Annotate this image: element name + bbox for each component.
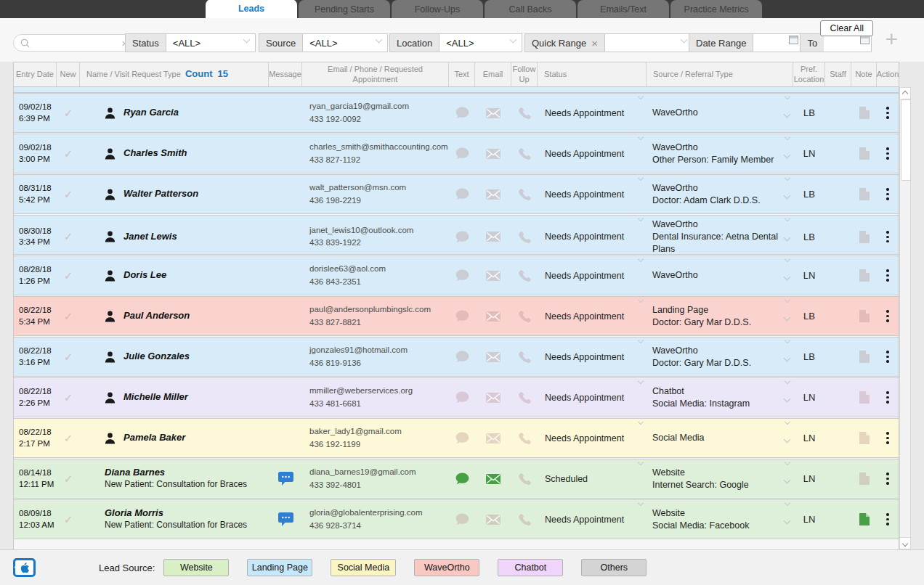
tab-emails-text[interactable]: Emails/Text	[578, 0, 669, 18]
action-menu-icon[interactable]	[883, 266, 891, 284]
email-envelope-icon[interactable]	[486, 232, 500, 242]
name-cell[interactable]: Michelle Miller	[80, 378, 269, 417]
action-menu-icon[interactable]	[883, 307, 891, 324]
action-menu-icon[interactable]	[883, 470, 891, 487]
name-cell[interactable]: Gloria MorrisNew Patient: Consultation f…	[80, 500, 269, 539]
message-icon[interactable]	[278, 472, 293, 486]
source-cell[interactable]: WaveOrthoDoctor: Gary Mar D.D.S.	[647, 338, 793, 376]
source-cell[interactable]: WebsiteInternet Search: Google	[647, 459, 793, 498]
date-from-input[interactable]	[753, 33, 801, 52]
text-bubble-icon[interactable]	[455, 147, 469, 160]
phone-icon[interactable]	[519, 351, 531, 363]
phone-icon[interactable]	[519, 107, 531, 119]
source-cell[interactable]: WaveOrthoDental Insurance: Aetna Dental …	[647, 216, 793, 258]
scrollbar-thumb[interactable]	[901, 99, 911, 181]
phone-icon[interactable]	[519, 391, 531, 404]
text-bubble-icon[interactable]	[455, 391, 469, 404]
email-envelope-icon[interactable]	[486, 352, 500, 362]
tab-leads[interactable]: Leads	[206, 0, 297, 18]
phone-icon[interactable]	[519, 188, 531, 200]
source-cell[interactable]: Landing PageDoctor: Gary Mar D.D.S.	[647, 297, 793, 335]
pref-location-cell[interactable]: LN	[793, 134, 825, 173]
name-cell[interactable]: Diana BarnesNew Patient: Consultation fo…	[80, 459, 269, 498]
phone-icon[interactable]	[519, 231, 531, 243]
legend-chip-chatbot[interactable]: Chatbot	[498, 559, 563, 576]
status-cell[interactable]: Needs Appointment	[538, 297, 647, 335]
action-menu-icon[interactable]	[883, 185, 891, 202]
phone-icon[interactable]	[519, 513, 531, 525]
name-cell[interactable]: Doris Lee	[80, 256, 269, 295]
clear-all-button[interactable]: Clear All	[820, 20, 873, 36]
action-menu-icon[interactable]	[883, 104, 891, 121]
action-menu-icon[interactable]	[883, 348, 891, 365]
email-envelope-icon[interactable]	[486, 311, 500, 322]
add-filter-icon[interactable]: +	[885, 28, 898, 50]
text-bubble-icon[interactable]	[455, 188, 469, 200]
email-envelope-icon[interactable]	[486, 108, 500, 118]
action-menu-icon[interactable]	[883, 429, 891, 446]
pref-location-cell[interactable]: LN	[793, 419, 825, 457]
email-envelope-icon[interactable]	[486, 515, 500, 525]
legend-chip-website[interactable]: Website	[163, 559, 229, 576]
pref-location-cell[interactable]: LN	[793, 256, 825, 295]
status-cell[interactable]: Needs Appointment	[538, 94, 647, 132]
pref-location-cell[interactable]: LN	[793, 500, 825, 539]
name-cell[interactable]: Ryan Garcia	[80, 94, 269, 132]
legend-chip-social-media[interactable]: Social Media	[331, 559, 396, 576]
quick-range-clear-icon[interactable]: ×	[591, 38, 598, 49]
source-cell[interactable]: WaveOrthoOther Person: Family Member	[647, 134, 793, 173]
source-cell[interactable]: WaveOrtho	[647, 256, 793, 295]
pref-location-cell[interactable]: LB	[793, 338, 825, 376]
quick-range-select[interactable]	[604, 33, 693, 52]
phone-icon[interactable]	[519, 432, 531, 444]
text-bubble-icon[interactable]	[455, 513, 469, 525]
tab-pending-starts[interactable]: Pending Starts	[299, 0, 390, 18]
text-bubble-icon[interactable]	[455, 269, 469, 282]
source-filter-select[interactable]: <ALL>	[302, 33, 388, 52]
pref-location-cell[interactable]: LB	[793, 297, 825, 335]
name-cell[interactable]: Julie Gonzales	[80, 338, 269, 376]
source-cell[interactable]: WaveOrthoDoctor: Adam Clark D.D.S.	[647, 175, 793, 213]
status-cell[interactable]: Needs Appointment	[538, 256, 647, 295]
legend-chip-landing-page[interactable]: Landing Page	[247, 559, 312, 576]
status-cell[interactable]: Needs Appointment	[538, 338, 647, 376]
note-icon[interactable]	[859, 107, 870, 119]
action-menu-icon[interactable]	[883, 144, 891, 162]
pref-location-cell[interactable]: LN	[793, 459, 825, 498]
note-icon[interactable]	[859, 391, 870, 404]
email-envelope-icon[interactable]	[486, 271, 500, 281]
legend-chip-waveortho[interactable]: WaveOrtho	[414, 559, 479, 576]
search-input[interactable]	[34, 37, 121, 49]
note-icon[interactable]	[859, 513, 870, 525]
status-cell[interactable]: Scheduled	[538, 459, 647, 498]
note-icon[interactable]	[859, 351, 870, 363]
source-cell[interactable]: Social Media	[647, 419, 793, 457]
email-envelope-icon[interactable]	[486, 433, 500, 443]
text-bubble-icon[interactable]	[455, 107, 469, 119]
calendar-icon[interactable]	[789, 36, 798, 44]
pref-location-cell[interactable]: LN	[793, 378, 825, 417]
status-cell[interactable]: Needs Appointment	[538, 216, 647, 258]
source-cell[interactable]: ChatbotSocial Media: Instagram	[647, 378, 793, 417]
action-menu-icon[interactable]	[883, 388, 891, 406]
legend-chip-others[interactable]: Others	[581, 559, 647, 576]
name-cell[interactable]: Janet Lewis	[80, 216, 269, 258]
tab-call-backs[interactable]: Call Backs	[485, 0, 576, 18]
action-menu-icon[interactable]	[883, 510, 891, 528]
message-icon[interactable]	[278, 512, 293, 526]
tab-follow-ups[interactable]: Follow-Ups	[392, 0, 483, 18]
name-cell[interactable]: Pamela Baker	[80, 419, 269, 457]
source-cell[interactable]: WebsiteSocial Media: Facebook	[647, 500, 793, 539]
note-icon[interactable]	[859, 269, 870, 282]
name-cell[interactable]: Walter Patterson	[80, 175, 269, 213]
vertical-scrollbar[interactable]	[899, 87, 911, 549]
note-icon[interactable]	[859, 472, 870, 485]
name-cell[interactable]: Paul Anderson	[80, 297, 269, 335]
phone-icon[interactable]	[519, 147, 531, 160]
status-cell[interactable]: Needs Appointment	[538, 500, 647, 539]
note-icon[interactable]	[859, 231, 870, 243]
calendar-icon[interactable]	[860, 36, 870, 44]
tab-practice-metrics[interactable]: Practice Metrics	[670, 0, 762, 18]
status-cell[interactable]: Needs Appointment	[538, 378, 647, 417]
pref-location-cell[interactable]: LB	[793, 216, 825, 258]
